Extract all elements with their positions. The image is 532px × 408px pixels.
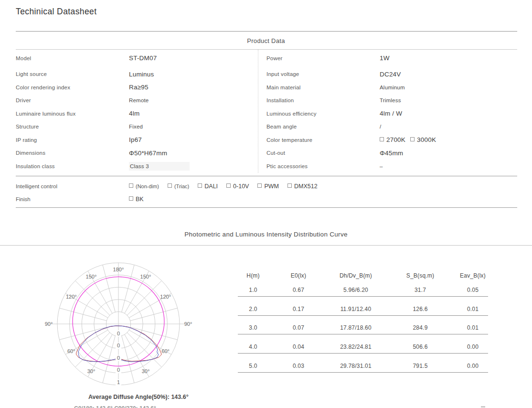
footer-fragment [481,406,485,408]
photometric-section-title: Photometric and Luminous Intensity Distr… [0,231,532,238]
table-cell: 5.0 [238,363,268,369]
svg-text:180°: 180° [113,267,124,272]
svg-text:30°: 30° [87,368,96,374]
svg-text:60°: 60° [161,348,170,354]
spec-value: Fixed [129,124,143,129]
spec-row: Beam angle/ [266,120,517,134]
spec-value: – [380,163,383,169]
spec-value: 2700K3000K [380,136,441,143]
control-options-section: Intelligent control(Non-dim)(Triac)DALI0… [16,176,517,205]
spec-label: Model [16,55,129,61]
spec-value: ST-DM07 [129,54,157,62]
spec-row: Cut-outΦ45mm [266,147,517,160]
spec-label: Color temperature [266,137,380,143]
spec-row: StructureFixed [16,120,258,134]
spec-label: Dimensions [16,150,129,156]
table-cell: 0.04 [268,344,329,350]
svg-text:150°: 150° [140,274,151,279]
table-header-cell: Eav_B(lx) [458,272,488,279]
photometric-table: H(m)E0(lx)Dh/Dv_B(m)S_B(sq.m)Eav_B(lx)1.… [238,268,488,378]
spec-label: Beam angle [266,124,380,129]
table-cell: 0.00 [458,344,488,350]
table-cell: 284.9 [383,324,458,331]
spec-label: Ptic accessories [266,163,380,169]
checkbox-icon [129,183,133,188]
luminous-intensity-polar-chart: 180°150°150°120°120°90°90°60°60°30°30°00… [36,252,198,392]
checkbox-option: 2700K [380,136,405,143]
checkbox-option: 3000K [410,136,436,143]
spec-value: Trimless [380,97,401,103]
page-title: Techinical Datasheet [16,7,96,17]
spec-row: Color temperature2700K3000K [266,133,517,147]
spec-value: Luminus [129,71,154,78]
spec-column-left: ModelST-DM07Light sourceLuminusColor ren… [16,50,258,173]
table-row: 1.00.675.96/6.2031.70.05 [238,284,488,297]
table-cell: 23.82/24.81 [329,344,383,350]
spec-value: 4lm / W [380,110,402,117]
checkbox-option: DMX512 [287,183,318,190]
table-cell: 791.5 [383,363,458,369]
table-row: 4.00.0423.82/24.81506.60.00 [238,341,488,354]
spec-label: Main material [266,85,380,90]
control-label: Finish [16,196,129,202]
spec-value: DC24V [380,71,401,78]
spec-row: Luminous efficiency4lm / W [266,107,517,120]
checkbox-option: (Triac) [168,183,189,189]
divider [16,31,517,32]
table-cell: 31.7 [383,287,458,293]
spec-row: IP ratingIp67 [16,133,258,147]
spec-value: Remote [129,97,149,103]
product-data-section-title: Product Data [0,37,532,44]
svg-text:150°: 150° [86,274,97,279]
spec-row: Main materialAluminum [266,81,517,94]
control-label: Intelligent control [16,183,129,189]
spec-label: Luminaire luminous flux [16,111,129,117]
table-header-cell: H(m) [238,272,268,279]
table-cell: 29.78/31.01 [329,363,383,369]
checkbox-option: 0-10V [226,183,249,190]
svg-text:0: 0 [117,355,120,361]
table-cell: 126.6 [383,306,458,312]
checkbox-option: DALI [198,183,218,190]
spec-label: Luminous efficiency [266,111,380,117]
spec-value: Φ50*H67mm [129,150,167,157]
spec-label: Color rendering index [16,85,129,90]
svg-text:60°: 60° [67,348,75,354]
datasheet-page: Techinical Datasheet Product Data ModelS… [0,0,532,408]
spec-row: Light sourceLuminus [16,68,258,81]
table-cell: 5.96/6.20 [329,287,383,293]
spec-value: 1W [380,54,390,62]
table-cell: 0.00 [458,363,488,369]
table-row: 5.00.0329.78/31.01791.50.00 [238,360,488,373]
spec-value: Aluminum [380,85,405,90]
product-spec-table: ModelST-DM07Light sourceLuminusColor ren… [16,50,517,173]
svg-text:30°: 30° [142,368,150,374]
checkbox-icon [129,196,133,201]
svg-text:0: 0 [117,331,120,336]
spec-label: Input voltage [266,71,380,77]
spec-row: Insulation classClass 3 [16,160,258,173]
spec-column-right: Power1WInput voltageDC24VMain materialAl… [258,50,517,173]
table-cell: 0.17 [268,306,329,312]
table-cell: 3.0 [238,324,268,331]
table-header-cell: Dh/Dv_B(m) [329,272,383,279]
divider [0,245,532,246]
table-header-row: H(m)E0(lx)Dh/Dv_B(m)S_B(sq.m)Eav_B(lx) [238,268,488,284]
checkbox-icon [257,183,262,188]
spec-value: Class 3 [129,162,190,171]
table-row: 3.00.0717.87/18.60284.90.01 [238,322,488,334]
table-cell: 0.01 [458,306,488,312]
table-row: 2.00.1711.91/12.40126.60.01 [238,303,488,316]
spec-label: Light source [16,71,129,77]
table-cell: 11.91/12.40 [329,306,383,312]
spec-row: DriverRemote [16,94,258,107]
spec-row: InstallationTrimless [266,94,517,107]
spec-label: Cut-out [266,150,380,156]
svg-text:90°: 90° [184,321,192,327]
checkbox-icon [168,183,172,188]
spec-label: Structure [16,124,129,129]
checkbox-icon [198,183,202,188]
table-cell: 0.07 [268,324,329,331]
spec-row: Input voltageDC24V [266,68,517,81]
table-cell: 0.05 [458,287,488,293]
